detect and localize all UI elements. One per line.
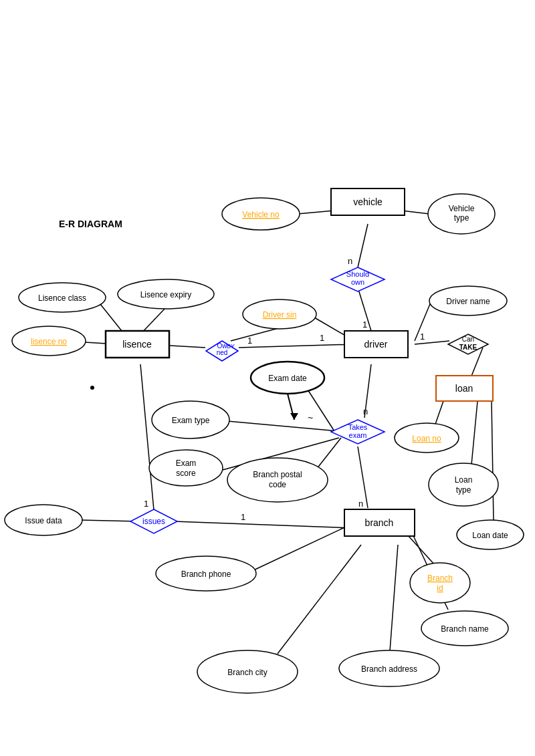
svg-text:driver: driver	[364, 339, 387, 350]
svg-text:Can: Can	[462, 336, 474, 343]
svg-text:vehicle: vehicle	[353, 197, 383, 207]
svg-line-31	[140, 364, 154, 510]
svg-text:Takes: Takes	[348, 423, 368, 431]
svg-line-13	[471, 394, 478, 465]
svg-text:Issue data: Issue data	[25, 516, 62, 525]
svg-line-0	[298, 211, 334, 214]
svg-text:1: 1	[420, 332, 425, 342]
svg-text:type: type	[456, 485, 471, 495]
svg-text:Exam date: Exam date	[268, 374, 307, 383]
svg-text:Should: Should	[346, 270, 369, 278]
svg-text:lisence: lisence	[122, 339, 152, 350]
svg-text:Loan: Loan	[455, 475, 473, 485]
svg-text:Lisence expiry: Lisence expiry	[140, 290, 192, 299]
svg-text:Vehicle: Vehicle	[449, 204, 475, 213]
svg-text:Loan no: Loan no	[412, 434, 441, 443]
svg-text:issues: issues	[142, 517, 165, 526]
svg-text:Branch address: Branch address	[361, 664, 417, 674]
svg-text:1: 1	[362, 320, 367, 330]
svg-marker-66	[290, 413, 298, 420]
attr-loan-type	[429, 463, 498, 506]
svg-text:Exam type: Exam type	[172, 416, 210, 425]
svg-text:loan: loan	[455, 383, 473, 394]
svg-line-27	[231, 328, 281, 341]
svg-point-83	[90, 386, 94, 390]
svg-text:Vehicle no: Vehicle no	[242, 210, 280, 219]
svg-text:type: type	[454, 213, 469, 223]
er-diagram: E-R DIAGRAM n 1 1 1 n	[0, 0, 535, 756]
svg-text:1: 1	[144, 499, 148, 509]
svg-text:n: n	[363, 406, 368, 416]
svg-text:BY: BY	[227, 343, 235, 350]
svg-text:Branch name: Branch name	[441, 624, 489, 634]
svg-text:Driver name: Driver name	[446, 297, 490, 306]
svg-text:ned: ned	[217, 349, 228, 356]
svg-text:lisence no: lisence no	[31, 337, 67, 346]
svg-text:exam: exam	[349, 431, 367, 439]
svg-line-37	[278, 545, 361, 654]
svg-text:own: own	[351, 278, 364, 286]
svg-text:Exam: Exam	[176, 459, 197, 468]
svg-text:1: 1	[247, 336, 252, 346]
svg-text:branch: branch	[365, 517, 394, 528]
svg-text:score: score	[176, 469, 196, 478]
svg-text:TAKE: TAKE	[459, 344, 477, 351]
svg-text:1: 1	[320, 333, 324, 343]
svg-text:Branch postal: Branch postal	[253, 470, 302, 479]
svg-text:Branch city: Branch city	[227, 668, 267, 677]
svg-text:code: code	[269, 480, 286, 489]
diagram-title: E-R DIAGRAM	[59, 219, 122, 229]
svg-text:n: n	[348, 256, 352, 266]
svg-text:n: n	[358, 499, 363, 509]
svg-text:Loan date: Loan date	[472, 531, 508, 540]
svg-line-25	[239, 344, 354, 348]
svg-line-33	[174, 521, 354, 528]
svg-text:Driver sin: Driver sin	[263, 310, 297, 320]
svg-text:~: ~	[308, 412, 313, 423]
svg-line-1	[401, 211, 429, 214]
svg-text:1: 1	[241, 512, 245, 522]
svg-line-20	[227, 421, 338, 431]
attr-exam-score	[149, 450, 223, 486]
svg-text:Lisence class: Lisence class	[38, 293, 86, 303]
svg-line-14	[492, 401, 494, 520]
svg-line-40	[390, 545, 398, 651]
svg-text:Branch: Branch	[427, 574, 453, 583]
attr-branch-id	[410, 563, 470, 603]
svg-text:id: id	[437, 584, 443, 593]
svg-line-2	[358, 224, 368, 267]
svg-text:Branch phone: Branch phone	[181, 570, 231, 579]
